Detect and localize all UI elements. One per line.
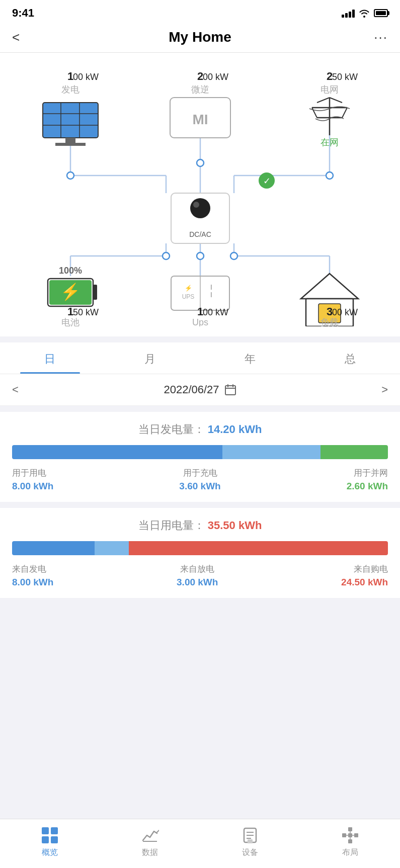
svg-text:.00 kW: .00 kW: [70, 72, 99, 82]
svg-point-16: [326, 172, 333, 179]
solar-consumption-segment: [12, 541, 95, 555]
svg-rect-89: [248, 839, 253, 843]
svg-text:⚡: ⚡: [185, 284, 192, 292]
battery-status-icon: [374, 9, 388, 17]
svg-point-19: [230, 252, 237, 259]
period-tabs: 日 月 年 总 < 2022/06/27: [0, 342, 400, 406]
svg-rect-75: [225, 386, 235, 395]
tab-year[interactable]: 年: [200, 342, 300, 374]
svg-text:DC/AC: DC/AC: [189, 230, 211, 238]
consumption-labels: 来自发电 8.00 kWh 来自放电 3.00 kWh 来自购电 24.50 k…: [12, 563, 388, 588]
consumption-value: 35.50 kWh: [208, 519, 262, 532]
status-time: 9:41: [12, 7, 34, 20]
svg-text:.00 kW: .00 kW: [200, 72, 228, 82]
svg-text:在网: 在网: [321, 137, 339, 147]
more-button[interactable]: ···: [368, 30, 388, 45]
grid-segment: [321, 445, 388, 459]
from-grid-value: 24.50 kWh: [341, 577, 388, 588]
from-discharge-label: 来自放电: [180, 563, 214, 575]
from-solar-label-group: 来自发电 8.00 kWh: [12, 563, 53, 588]
back-button[interactable]: <: [12, 30, 32, 45]
svg-text:MI: MI: [192, 112, 208, 127]
bottom-tabbar: 概览 数据 设备 布局: [0, 819, 400, 868]
charge-label: 用于充电: [183, 467, 217, 479]
wifi-icon: [359, 9, 370, 18]
svg-line-84: [157, 830, 159, 832]
overview-icon: [41, 826, 59, 844]
signal-icon: [342, 9, 355, 18]
device-label: 设备: [242, 847, 258, 858]
from-solar-value: 8.00 kWh: [12, 577, 53, 588]
generation-title: 当日发电量： 14.20 kWh: [12, 422, 388, 437]
svg-text:微逆: 微逆: [191, 84, 209, 95]
grid-export-label: 用于并网: [354, 467, 388, 479]
generation-value: 14.20 kWh: [208, 423, 262, 436]
consumption-title: 当日用电量： 35.50 kWh: [12, 518, 388, 533]
svg-rect-82: [51, 836, 58, 843]
usage-label-group: 用于用电 8.00 kWh: [12, 467, 53, 492]
date-navigation: < 2022/06/27 >: [0, 374, 400, 406]
svg-rect-81: [42, 836, 49, 843]
svg-text:UPS: UPS: [182, 293, 195, 300]
svg-rect-35: [55, 143, 86, 146]
svg-text:.50 kW: .50 kW: [330, 72, 358, 82]
svg-line-47: [312, 108, 317, 118]
svg-marker-69: [301, 274, 358, 299]
svg-rect-80: [51, 827, 58, 834]
svg-rect-92: [348, 839, 352, 843]
flow-diagram: ✓ DC/AC 1 .00 kW 发电: [10, 65, 390, 326]
svg-point-18: [197, 252, 204, 259]
svg-text:负载: 负载: [321, 317, 339, 326]
svg-point-14: [67, 172, 74, 179]
svg-text:.00 kW: .00 kW: [330, 307, 358, 317]
consumption-bar: [12, 541, 388, 555]
charge-value: 3.60 kWh: [179, 481, 220, 492]
svg-text:电池: 电池: [61, 317, 79, 326]
from-solar-label: 来自发电: [12, 563, 46, 575]
from-discharge-value: 3.00 kWh: [177, 577, 218, 588]
generation-bar: [12, 445, 388, 459]
svg-text:.50 kW: .50 kW: [70, 307, 99, 317]
from-grid-label-group: 来自购电 24.50 kWh: [341, 563, 388, 588]
svg-rect-34: [65, 138, 75, 143]
svg-point-17: [163, 252, 170, 259]
svg-point-15: [197, 159, 204, 166]
tab-day[interactable]: 日: [0, 342, 100, 374]
tab-data[interactable]: 数据: [100, 826, 200, 858]
charge-label-group: 用于充电 3.60 kWh: [179, 467, 220, 492]
data-icon: [141, 826, 159, 844]
svg-rect-90: [348, 827, 352, 831]
tab-layout[interactable]: 布局: [300, 826, 400, 858]
svg-rect-94: [354, 833, 358, 837]
svg-line-50: [330, 98, 342, 103]
svg-rect-29: [43, 103, 98, 138]
overview-label: 概览: [42, 847, 58, 858]
consumption-stats-panel: 当日用电量： 35.50 kWh 来自发电 8.00 kWh 来自放电 3.00…: [0, 508, 400, 598]
svg-rect-54: [93, 285, 97, 300]
discharge-segment: [95, 541, 128, 555]
usage-label: 用于用电: [12, 467, 46, 479]
svg-text:100%: 100%: [59, 266, 82, 276]
charge-segment: [222, 445, 320, 459]
calendar-icon[interactable]: [224, 384, 236, 396]
svg-text:.00 kW: .00 kW: [200, 307, 228, 317]
status-bar: 9:41: [0, 0, 400, 24]
data-label: 数据: [142, 847, 158, 858]
tab-overview[interactable]: 概览: [0, 826, 100, 858]
svg-text:|: |: [211, 284, 212, 290]
from-grid-label: 来自购电: [354, 563, 388, 575]
tabs-row: 日 月 年 总: [0, 342, 400, 374]
tab-month[interactable]: 月: [100, 342, 200, 374]
date-next-button[interactable]: >: [381, 383, 388, 396]
energy-flow-panel: ✓ DC/AC 1 .00 kW 发电: [0, 53, 400, 336]
date-prev-button[interactable]: <: [12, 383, 19, 396]
date-display: 2022/06/27: [164, 383, 236, 396]
tab-total[interactable]: 总: [300, 342, 400, 374]
tab-device[interactable]: 设备: [200, 826, 300, 858]
generation-labels: 用于用电 8.00 kWh 用于充电 3.60 kWh 用于并网 2.60 kW…: [12, 467, 388, 492]
svg-text:发电: 发电: [61, 84, 79, 95]
device-icon: [241, 826, 259, 844]
svg-rect-79: [42, 827, 49, 834]
purchase-segment: [129, 541, 388, 555]
nav-bar: < My Home ···: [0, 24, 400, 53]
